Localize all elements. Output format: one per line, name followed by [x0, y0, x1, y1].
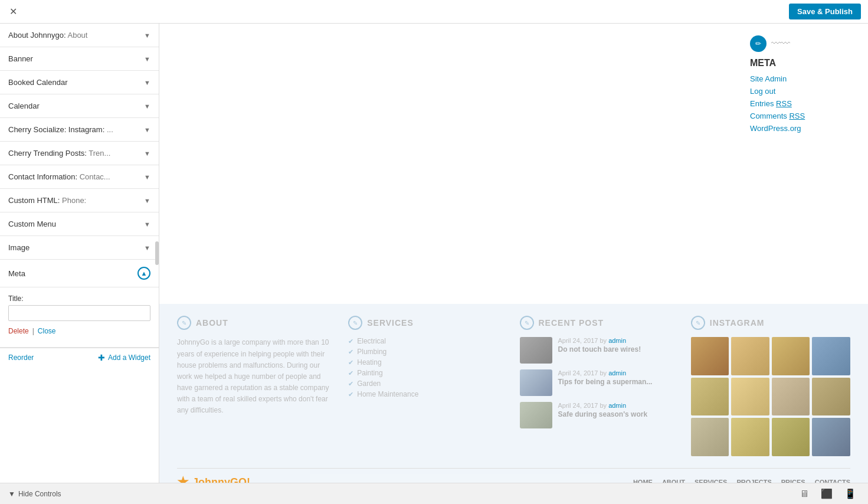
- insta-thumb-8: [812, 378, 850, 416]
- footer-nav-projects[interactable]: PROJECTS: [736, 479, 771, 483]
- view-buttons: 🖥 ⬛ 📱: [796, 487, 860, 500]
- preview-meta-links: Site Admin Log out Entries RSS Comments …: [750, 74, 856, 133]
- content-area: ✏ 〰〰 META Site Admin Log out Entries RSS…: [159, 24, 868, 483]
- post-title-3: Safe during season's work: [558, 410, 679, 418]
- add-widget-label: Add a Widget: [108, 354, 150, 362]
- insta-thumb-5: [691, 378, 729, 416]
- widget-booked-calendar: Booked Calendar ▼: [0, 71, 159, 94]
- footer-nav-prices[interactable]: PRICES: [781, 479, 805, 483]
- footer-bar: ★ JohnnyGO! HOME ABOUT SERVICES PROJECTS…: [177, 468, 850, 483]
- footer-logo: ★ JohnnyGO!: [177, 474, 250, 483]
- post-info-1: April 24, 2017 by admin Do not touch bar…: [558, 337, 679, 354]
- insta-thumb-3: [772, 337, 810, 375]
- widget-custom-menu-chevron: ▼: [144, 221, 150, 228]
- footer-nav-about[interactable]: ABOUT: [662, 479, 685, 483]
- widget-about: About Johnnygo: About ▼: [0, 24, 159, 47]
- view-mobile-button[interactable]: 📱: [841, 487, 860, 500]
- hide-controls-label: Hide Controls: [18, 490, 61, 498]
- sidebar: About Johnnygo: About ▼ Banner ▼ Booked …: [0, 24, 159, 483]
- scroll-handle[interactable]: [155, 241, 159, 265]
- insta-thumb-11: [772, 418, 810, 456]
- widget-meta-header[interactable]: Meta ▲: [0, 260, 159, 287]
- instagram-grid: [691, 337, 850, 456]
- post-title-2: Tips for being a superman...: [558, 378, 679, 386]
- footer-instagram-icon: ✎: [691, 316, 705, 330]
- service-plumbing: ✔ Plumbing: [348, 348, 507, 356]
- service-painting: ✔ Painting: [348, 369, 507, 377]
- widget-contact-info-header[interactable]: Contact Information: Contac... ▼: [0, 165, 159, 188]
- meta-close-link[interactable]: Close: [38, 327, 56, 335]
- widget-custom-menu-title: Custom Menu: [8, 220, 56, 228]
- meta-link-entries-rss: Entries RSS: [750, 99, 856, 108]
- widget-cherry-trending-header[interactable]: Cherry Trending Posts: Tren... ▼: [0, 142, 159, 165]
- meta-delete-link[interactable]: Delete: [8, 327, 29, 335]
- widget-about-header[interactable]: About Johnnygo: About ▼: [0, 24, 159, 47]
- edit-pencil-icon: ✏: [750, 35, 767, 52]
- insta-thumb-1: [691, 337, 729, 375]
- hide-controls-icon: ▼: [8, 490, 15, 498]
- footer-services-header: ✎ SERVICES: [348, 316, 507, 330]
- widget-calendar: Calendar ▼: [0, 94, 159, 118]
- footer-recent-posts-title: RECENT POST: [539, 318, 604, 328]
- footer-nav-home[interactable]: HOME: [633, 479, 653, 483]
- post-thumb-3: [520, 402, 552, 428]
- meta-title-input[interactable]: [8, 305, 150, 321]
- meta-link-comments-rss: Comments RSS: [750, 112, 856, 120]
- insta-thumb-7: [772, 378, 810, 416]
- view-desktop-button[interactable]: 🖥: [796, 487, 813, 500]
- meta-actions: Delete | Close: [8, 327, 150, 335]
- widget-calendar-header[interactable]: Calendar ▼: [0, 94, 159, 117]
- widget-cherry-socialize-header[interactable]: Cherry Socialize: Instagram: ... ▼: [0, 118, 159, 141]
- footer-nav: HOME ABOUT SERVICES PROJECTS PRICES CONT…: [633, 479, 850, 483]
- widget-cherry-socialize-chevron: ▼: [144, 126, 150, 133]
- view-tablet-button[interactable]: ⬛: [817, 487, 836, 500]
- add-widget-button[interactable]: ✚ Add a Widget: [98, 353, 150, 362]
- insta-thumb-6: [731, 378, 769, 416]
- widget-custom-html-header[interactable]: Custom HTML: Phone: ▼: [0, 189, 159, 212]
- reorder-link[interactable]: Reorder: [8, 354, 34, 362]
- post-info-2: April 24, 2017 by admin Tips for being a…: [558, 369, 679, 386]
- widget-image-chevron: ▼: [144, 244, 150, 251]
- widget-meta-collapse-button[interactable]: ▲: [137, 267, 150, 280]
- widget-about-title: About Johnnygo: About: [8, 31, 87, 40]
- widget-booked-calendar-title: Booked Calendar: [8, 78, 67, 87]
- widget-cherry-socialize: Cherry Socialize: Instagram: ... ▼: [0, 118, 159, 142]
- footer-columns: ✎ ABOUT JohnnyGo is a large company with…: [177, 316, 850, 456]
- widget-meta: Meta ▲ Title: Delete | Close: [0, 260, 159, 348]
- meta-link-wordpress: WordPress.org: [750, 124, 856, 133]
- widget-calendar-chevron: ▼: [144, 103, 150, 110]
- preview-meta-widget-header: ✏ 〰〰: [750, 35, 856, 52]
- widget-booked-calendar-chevron: ▼: [144, 79, 150, 86]
- hide-controls-button[interactable]: ▼ Hide Controls: [8, 490, 61, 498]
- widget-booked-calendar-header[interactable]: Booked Calendar ▼: [0, 71, 159, 94]
- save-publish-button[interactable]: Save & Publish: [789, 4, 861, 19]
- footer-recent-posts-header: ✎ RECENT POST: [520, 316, 679, 330]
- services-list: ✔ Electrical ✔ Plumbing ✔ Heating ✔ Pain…: [348, 337, 507, 398]
- top-bar-left: ✕: [7, 4, 19, 19]
- footer-col-instagram: ✎ INSTAGRAM: [691, 316, 850, 456]
- service-electrical: ✔ Electrical: [348, 337, 507, 345]
- post-item-2: April 24, 2017 by admin Tips for being a…: [520, 369, 679, 396]
- widget-about-chevron: ▼: [144, 32, 150, 39]
- widget-banner-header[interactable]: Banner ▼: [0, 47, 159, 70]
- footer-nav-services[interactable]: SERVICES: [695, 479, 727, 483]
- plus-icon: ✚: [98, 353, 105, 362]
- insta-thumb-10: [731, 418, 769, 456]
- widget-custom-menu-header[interactable]: Custom Menu ▼: [0, 212, 159, 235]
- footer-section: ✎ ABOUT JohnnyGo is a large company with…: [159, 304, 868, 483]
- meta-title-label: Title:: [8, 294, 150, 303]
- preview-meta-title: META: [750, 58, 856, 68]
- main-layout: About Johnnygo: About ▼ Banner ▼ Booked …: [0, 24, 868, 483]
- widget-meta-title: Meta: [8, 269, 25, 278]
- widget-image-header[interactable]: Image ▼: [0, 236, 159, 259]
- footer-col-services: ✎ SERVICES ✔ Electrical ✔ Plumbing ✔ Hea…: [348, 316, 507, 456]
- post-title-1: Do not touch bare wires!: [558, 345, 679, 354]
- insta-thumb-2: [731, 337, 769, 375]
- footer-nav-contacts[interactable]: CONTACTS: [815, 479, 850, 483]
- post-meta-3: April 24, 2017 by admin: [558, 402, 679, 409]
- widget-banner-chevron: ▼: [144, 55, 150, 63]
- footer-logo-text: JohnnyGO!: [192, 476, 250, 483]
- close-button[interactable]: ✕: [7, 4, 19, 19]
- footer-recent-posts-icon: ✎: [520, 316, 534, 330]
- wavy-decoration: 〰〰: [771, 38, 790, 49]
